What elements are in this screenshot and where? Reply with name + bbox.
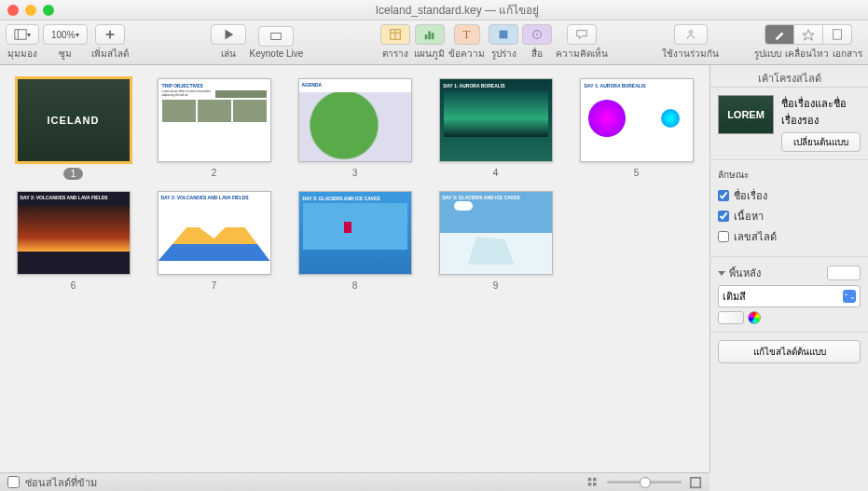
slide-thumb-8[interactable]: DAY 3: GLACIERS AND ICE CAVES8 — [295, 191, 415, 291]
format-button[interactable] — [765, 24, 794, 45]
svg-rect-20 — [588, 483, 592, 486]
thumb-size-slider[interactable] — [607, 481, 682, 484]
disclosure-icon[interactable] — [718, 271, 725, 276]
slide-thumb-7[interactable]: DAY 2: VOLCANOES AND LAVA FIELDS7 — [154, 191, 274, 291]
comment-button[interactable] — [567, 24, 597, 45]
add-slide-button[interactable] — [95, 24, 125, 45]
zoom-label: ซูม — [59, 47, 72, 61]
slide-thumb-3[interactable]: AGENDA3 — [295, 78, 415, 180]
svg-rect-11 — [431, 33, 434, 39]
svg-point-15 — [689, 31, 693, 34]
chart-button[interactable] — [415, 24, 445, 45]
animate-button[interactable] — [794, 24, 823, 45]
master-preview: LOREM — [718, 95, 774, 134]
change-master-button[interactable]: เปลี่ยนต้นแบบ — [781, 132, 861, 152]
svg-rect-9 — [424, 34, 427, 39]
text-label: ข้อความ — [448, 47, 485, 61]
collaborate-button[interactable] — [674, 24, 708, 45]
document-button[interactable] — [823, 24, 852, 45]
table-label: ตาราง — [382, 47, 408, 61]
svg-rect-22 — [691, 477, 701, 487]
slide-thumb-5[interactable]: DAY 1: AURORA BOREALIS5 — [576, 78, 696, 180]
svg-point-14 — [536, 34, 538, 35]
traffic-lights — [7, 5, 54, 16]
fill-select[interactable]: เติมสี⌃⌄ — [718, 285, 861, 307]
media-label: สื่อ — [531, 47, 543, 61]
inspector-tab[interactable]: เค้าโครงสไลด์ — [710, 65, 868, 88]
color-wheel-icon[interactable] — [748, 311, 761, 324]
shape-label: รูปร่าง — [491, 47, 517, 61]
view-button[interactable]: ▾ — [6, 24, 39, 45]
fullscreen-icon[interactable] — [43, 5, 54, 16]
background-heading: พื้นหลัง — [729, 265, 761, 281]
svg-rect-10 — [428, 32, 431, 40]
svg-rect-19 — [593, 477, 597, 481]
minimize-icon[interactable] — [25, 5, 36, 16]
slide-thumb-1[interactable]: ICELAND1 — [13, 78, 133, 180]
play-label: เล่น — [221, 47, 236, 61]
hide-skipped-checkbox[interactable] — [7, 476, 20, 488]
body-checkbox[interactable]: เนื้อหา — [718, 208, 861, 225]
document-label: เอกสาร — [833, 47, 862, 61]
slidenum-checkbox[interactable]: เลขสไลด์ — [718, 228, 861, 245]
close-icon[interactable] — [7, 5, 19, 16]
play-button[interactable] — [211, 24, 246, 45]
color-gradient-well[interactable] — [718, 311, 744, 324]
light-table-view[interactable]: ICELAND1 TRIP OBJECTIVESLorem ipsum dolo… — [0, 65, 710, 472]
animate-label: เคลื่อนไหว — [785, 47, 829, 61]
media-button[interactable] — [522, 24, 552, 45]
table-button[interactable] — [380, 24, 410, 45]
hide-skipped-label: ซ่อนสไลด์ที่ข้าม — [25, 474, 97, 491]
shape-button[interactable] — [489, 24, 518, 45]
thumb-small-icon[interactable] — [586, 476, 599, 489]
window-title: Iceland_standard.key — แก้ไขอยู่ — [54, 1, 861, 19]
chart-label: แผนภูมิ — [414, 47, 445, 61]
format-inspector: เค้าโครงสไลด์ LOREM ชื่อเรื่องและชื่อเรื… — [710, 65, 868, 472]
footer-bar: ซ่อนสไลด์ที่ข้าม — [0, 472, 710, 491]
slide-thumb-9[interactable]: DAY 3: GLACIERS AND ICE CAVES9 — [435, 191, 556, 291]
keynote-live-button[interactable] — [258, 26, 294, 47]
svg-rect-12 — [500, 31, 508, 39]
thumb-large-icon[interactable] — [689, 476, 702, 489]
svg-rect-17 — [834, 30, 842, 40]
add-slide-label: เพิ่มสไลด์ — [91, 47, 129, 61]
edit-master-button[interactable]: แก้ไขสไลด์ต้นแบบ — [718, 340, 861, 363]
titlebar: Iceland_standard.key — แก้ไขอยู่ — [0, 0, 868, 20]
svg-rect-5 — [271, 34, 282, 40]
view-label: มุมมอง — [7, 47, 37, 61]
slide-thumb-2[interactable]: TRIP OBJECTIVESLorem ipsum dolor sit ame… — [154, 78, 274, 180]
svg-rect-0 — [15, 30, 26, 40]
format-label: รูปแบบ — [754, 47, 781, 61]
collaborate-label: ใช้งานร่วมกัน — [662, 47, 719, 61]
slide-thumb-6[interactable]: DAY 2: VOLCANOES AND LAVA FIELDS6 — [13, 191, 133, 291]
keynote-live-label: Keynote Live — [250, 48, 304, 59]
svg-marker-16 — [803, 30, 814, 40]
text-button[interactable]: T — [454, 24, 480, 45]
appearance-heading: ลักษณะ — [718, 168, 861, 182]
svg-marker-4 — [225, 30, 233, 40]
zoom-button[interactable]: 100%▾ — [43, 24, 88, 45]
svg-rect-21 — [593, 483, 597, 486]
svg-rect-18 — [588, 477, 592, 481]
master-name: ชื่อเรื่องและชื่อเรื่องรอง — [781, 95, 861, 129]
toolbar: ▾ มุมมอง 100%▾ ซูม เพิ่มสไลด์ เล่น Keyno… — [0, 20, 868, 65]
slide-thumb-4[interactable]: DAY 1: AURORA BOREALIS4 — [435, 78, 556, 180]
background-swatch[interactable] — [827, 266, 861, 280]
title-checkbox[interactable]: ชื่อเรื่อง — [718, 187, 861, 204]
comment-label: ความคิดเห็น — [556, 47, 608, 61]
